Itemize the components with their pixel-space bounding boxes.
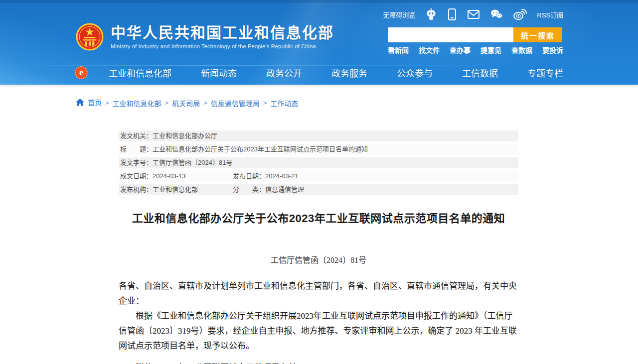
article-title: 工业和信息化部办公厅关于公布2023年工业互联网试点示范项目名单的通知 <box>119 212 518 226</box>
header-banner: 无障碍浏览 <box>0 0 638 85</box>
search-input[interactable] <box>388 27 513 42</box>
quick-link[interactable]: 看新闻 <box>388 45 409 55</box>
site-logo[interactable]: 中华人民共和国工业和信息化部 Ministry of Industry and … <box>76 23 334 51</box>
meta-value: 工业和信息化部办公厅 <box>153 130 217 141</box>
document-meta-table: 发文机关： 工业和信息化部办公厅 标 题： 工业和信息化部办公厅关于公布2023… <box>119 130 518 195</box>
meta-label: 发布日期： <box>233 171 265 182</box>
meta-label: 发布机构： <box>120 184 153 195</box>
nav-item[interactable]: 新闻动态 <box>201 66 237 79</box>
breadcrumb-items: >首页>工业和信息化部>机关司局>信息通信管理局>工作动态 <box>88 97 298 108</box>
paragraph-recipients: 各省、自治区、直辖市及计划单列市工业和信息化主管部门，各省、自治区、直辖市通信管… <box>119 279 518 309</box>
article-doc-number: 工信厅信管函〔2024〕81号 <box>119 253 518 265</box>
meta-value: 工业和信息化部办公厅关于公布2023年工业互联网试点示范项目名单的通知 <box>153 144 368 155</box>
meta-label: 分 类： <box>233 184 265 195</box>
page: 无障碍浏览 <box>0 0 638 364</box>
nav-list: 工业和信息化部新闻动态政务公开政务服务公众参与工信数据专题专栏 <box>109 66 563 79</box>
accessibility-link[interactable]: 无障碍浏览 <box>383 10 415 19</box>
rss-link[interactable]: RSS订阅 <box>537 10 563 19</box>
miit-e-logo-icon: e <box>75 66 88 79</box>
mail-icon[interactable] <box>467 9 480 20</box>
meta-row-title: 标 题： 工业和信息化部办公厅关于公布2023年工业互联网试点示范项目名单的通知 <box>119 144 518 155</box>
site-title-en: Ministry of Industry and Information Tec… <box>111 43 334 49</box>
nav-item[interactable]: 政务服务 <box>331 66 367 79</box>
quick-links: 看新闻找文件查办事提意见查数据要投诉 <box>388 45 563 55</box>
nav-item[interactable]: 工信数据 <box>462 66 498 79</box>
quick-link[interactable]: 提意见 <box>480 45 501 55</box>
meta-row-issuing-office: 发文机关： 工业和信息化部办公厅 <box>119 130 518 141</box>
breadcrumb-separator: > <box>263 99 267 107</box>
breadcrumb-link[interactable]: 机关司局 <box>172 98 200 108</box>
breadcrumb-link[interactable]: 首页 <box>88 97 102 107</box>
article-body: 各省、自治区、直辖市及计划单列市工业和信息化主管部门，各省、自治区、直辖市通信管… <box>119 279 518 364</box>
meta-row-doc-number: 发文字号： 工信厅信管函〔2024〕81号 <box>119 157 518 168</box>
meta-label: 发文字号： <box>120 157 153 168</box>
breadcrumb-separator: > <box>105 99 109 107</box>
breadcrumb: >首页>工业和信息化部>机关司局>信息通信管理局>工作动态 <box>76 97 298 108</box>
article: 发文机关： 工业和信息化部办公厅 标 题： 工业和信息化部办公厅关于公布2023… <box>119 130 518 364</box>
meta-value: 工业和信息化部 <box>153 184 198 195</box>
robot-mascot-icon[interactable] <box>425 8 437 21</box>
meta-value: 2024-03-13 <box>153 171 186 182</box>
breadcrumb-link[interactable]: 工业和信息化部 <box>113 98 161 108</box>
meta-value: 2024-03-21 <box>265 171 299 182</box>
breadcrumb-separator: > <box>203 99 207 107</box>
topbar: 无障碍浏览 <box>383 8 563 21</box>
mobile-icon[interactable] <box>447 8 457 21</box>
home-icon[interactable] <box>76 99 84 107</box>
meta-row-publisher: 发布机构： 工业和信息化部 分 类： 信息通信管理 <box>119 184 518 195</box>
site-titles: 中华人民共和国工业和信息化部 Ministry of Industry and … <box>111 24 334 49</box>
quick-link[interactable]: 要投诉 <box>542 45 563 55</box>
national-emblem-icon <box>76 23 104 51</box>
attachment-line[interactable]: 附件：2023年工业互联网试点示范项目名单 <box>119 361 518 364</box>
nav-item[interactable]: 工业和信息化部 <box>109 66 171 79</box>
weibo-icon[interactable] <box>513 8 527 20</box>
site-title-cn: 中华人民共和国工业和信息化部 <box>111 24 334 41</box>
nav-item[interactable]: 公众参与 <box>397 66 433 79</box>
main-nav: e 工业和信息化部新闻动态政务公开政务服务公众参与工信数据专题专栏 <box>75 63 563 83</box>
search-bar: 统一搜索 <box>388 27 562 42</box>
meta-label: 发文机关： <box>120 130 153 141</box>
breadcrumb-link[interactable]: 信息通信管理局 <box>211 98 260 108</box>
nav-item[interactable]: 专题专栏 <box>527 66 563 79</box>
breadcrumb-separator: > <box>165 99 169 107</box>
quick-link[interactable]: 查数据 <box>511 45 532 55</box>
nav-item[interactable]: 政务公开 <box>266 66 302 79</box>
meta-row-dates: 成文日期： 2024-03-13 发布日期： 2024-03-21 <box>119 171 518 182</box>
search-button[interactable]: 统一搜索 <box>513 27 562 42</box>
quick-link[interactable]: 找文件 <box>419 45 440 55</box>
meta-value: 信息通信管理 <box>265 184 304 195</box>
quick-link[interactable]: 查办事 <box>450 45 471 55</box>
paragraph-body: 根据《工业和信息化部办公厅关于组织开展2023年工业互联网试点示范项目申报工作的… <box>119 309 518 354</box>
breadcrumb-link[interactable]: 工作动态 <box>270 98 298 108</box>
meta-label: 成文日期： <box>120 171 153 182</box>
meta-value: 工信厅信管函〔2024〕81号 <box>153 157 232 168</box>
wechat-icon[interactable] <box>490 8 503 20</box>
meta-label: 标 题： <box>120 144 153 155</box>
